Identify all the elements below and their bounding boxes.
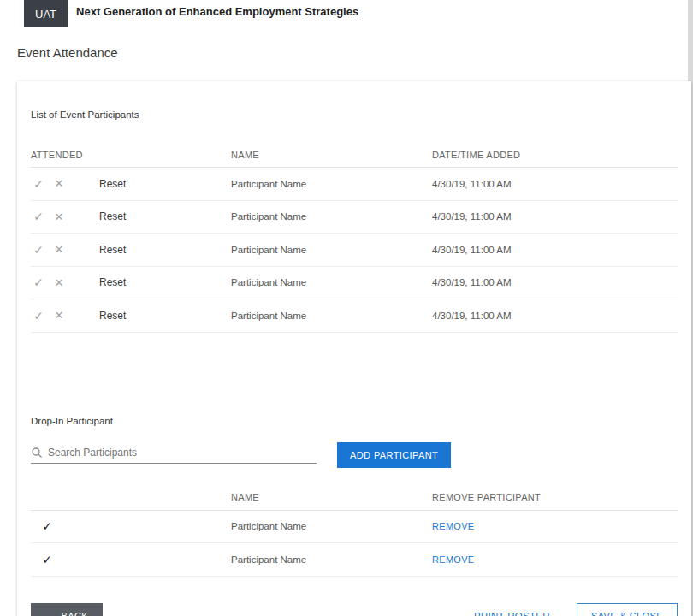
attended-check-icon[interactable]: ✓ [31, 309, 46, 323]
participant-name: Participant Name [231, 521, 432, 531]
table-row: ✓ ✕ Reset Participant Name 4/30/19, 11:0… [31, 299, 678, 333]
attended-check-icon[interactable]: ✓ [31, 243, 46, 257]
participant-name: Participant Name [231, 211, 432, 222]
participant-name: Participant Name [231, 311, 432, 321]
table-row: ✓ ✕ Reset Participant Name 4/30/19, 11:0… [31, 267, 678, 300]
column-header-date: DATE/TIME ADDED [432, 150, 678, 160]
table-row: ✓ ✕ Reset Participant Name 4/30/19, 11:0… [31, 168, 678, 201]
back-button[interactable]: ← BACK [31, 603, 103, 616]
attended-check-icon: ✓ [39, 519, 55, 533]
environment-badge: UAT [24, 0, 68, 27]
save-close-button[interactable]: SAVE & CLOSE [577, 603, 678, 616]
back-button-label: BACK [61, 611, 88, 616]
not-attended-x-icon[interactable]: ✕ [51, 309, 67, 322]
column-header-name: NAME [231, 492, 432, 502]
attended-check-icon[interactable]: ✓ [31, 210, 46, 223]
column-header-remove: REMOVE PARTICIPANT [432, 492, 678, 502]
date-added: 4/30/19, 11:00 AM [432, 179, 678, 189]
search-participants-input[interactable] [48, 447, 317, 459]
date-added: 4/30/19, 11:00 AM [432, 277, 678, 287]
page-title: Event Attendance [17, 45, 693, 60]
dropin-table: NAME REMOVE PARTICIPANT ✓ Participant Na… [31, 485, 678, 577]
date-added: 4/30/19, 11:00 AM [432, 311, 678, 321]
attended-check-icon[interactable]: ✓ [31, 275, 46, 289]
table-row: ✓ ✕ Reset Participant Name 4/30/19, 11:0… [31, 234, 678, 267]
not-attended-x-icon[interactable]: ✕ [51, 276, 67, 289]
event-attendance-card: List of Event Participants ATTENDED NAME… [17, 81, 691, 616]
reset-link[interactable]: Reset [99, 210, 126, 222]
search-box[interactable] [31, 447, 317, 464]
footer-actions: ← BACK PRINT ROSTER SAVE & CLOSE [31, 603, 678, 616]
table-row: ✓ Participant Name REMOVE [31, 543, 678, 577]
search-icon [31, 447, 44, 459]
participant-name: Participant Name [231, 554, 432, 565]
reset-link[interactable]: Reset [99, 310, 126, 322]
not-attended-x-icon[interactable]: ✕ [51, 177, 67, 190]
add-participant-button[interactable]: ADD PARTICIPANT [337, 442, 451, 468]
table-row: ✓ Participant Name REMOVE [31, 511, 678, 544]
dropin-section-title: Drop-In Participant [31, 416, 678, 426]
back-arrow-icon: ← [45, 610, 56, 616]
participant-name: Participant Name [231, 179, 432, 189]
column-header-attended: ATTENDED [31, 150, 231, 160]
not-attended-x-icon[interactable]: ✕ [51, 243, 67, 256]
app-header: UAT Next Generation of Enhanced Employme… [0, 0, 693, 27]
reset-link[interactable]: Reset [99, 178, 126, 190]
app-title: Next Generation of Enhanced Employment S… [76, 0, 358, 22]
column-header-name: NAME [231, 150, 432, 160]
participant-name: Participant Name [231, 277, 432, 287]
participants-section-title: List of Event Participants [31, 110, 678, 120]
dropin-table-header: NAME REMOVE PARTICIPANT [31, 485, 678, 511]
date-added: 4/30/19, 11:00 AM [432, 245, 678, 255]
attended-check-icon[interactable]: ✓ [31, 177, 46, 191]
print-roster-link[interactable]: PRINT ROSTER [474, 611, 550, 616]
reset-link[interactable]: Reset [99, 276, 126, 288]
remove-link[interactable]: REMOVE [432, 521, 474, 531]
date-added: 4/30/19, 11:00 AM [432, 211, 678, 222]
participants-table-header: ATTENDED NAME DATE/TIME ADDED [31, 142, 678, 168]
attended-check-icon: ✓ [39, 553, 55, 566]
participant-name: Participant Name [231, 245, 432, 255]
not-attended-x-icon[interactable]: ✕ [51, 210, 67, 223]
remove-link[interactable]: REMOVE [432, 554, 474, 565]
reset-link[interactable]: Reset [99, 244, 126, 256]
table-row: ✓ ✕ Reset Participant Name 4/30/19, 11:0… [31, 201, 678, 234]
participants-table: ATTENDED NAME DATE/TIME ADDED ✓ ✕ Reset … [31, 142, 678, 333]
dropin-search-row: ADD PARTICIPANT [31, 442, 678, 468]
